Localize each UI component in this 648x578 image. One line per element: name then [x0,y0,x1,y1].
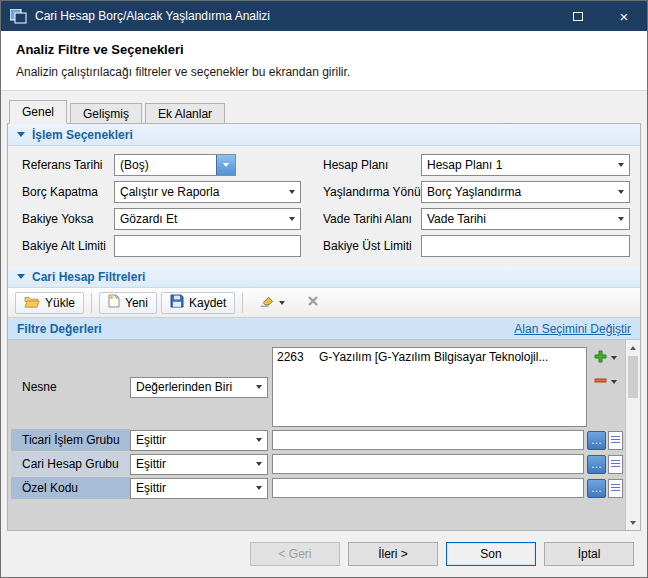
titlebar: Cari Hesap Borç/Alacak Yaşlandırma Anali… [1,1,647,31]
geri-button[interactable]: < Geri [250,542,340,566]
selected-value: Eşittir [136,457,166,471]
scroll-down-button[interactable] [626,515,640,530]
list-select-button[interactable] [608,479,623,498]
bakiye-alt-limiti-label: Bakiye Alt Limiti [16,239,114,253]
filter-value-input[interactable] [272,430,584,450]
chevron-down-icon [611,380,617,384]
selected-value: Hesap Planı 1 [427,158,502,172]
remove-value-button[interactable] [594,374,617,390]
section-header-cari-hesap-filtreleri[interactable]: Cari Hesap Filtreleri [8,266,640,288]
alan-secimini-degistir-link[interactable]: Alan Seçimini Değiştir [514,322,631,336]
open-folder-icon [24,295,40,311]
chevron-down-icon [256,385,262,389]
date-dropdown-button[interactable] [216,155,235,175]
list-edit-buttons [587,347,623,427]
button-label: Yeni [125,296,148,310]
scrollbar-thumb[interactable] [628,356,638,398]
tab-bar: Genel Gelişmiş Ek Alanlar [7,100,641,124]
list-icon [611,457,620,471]
nesne-label: Nesne [11,347,130,427]
nesne-operator-select[interactable]: Değerlerinden Biri [130,377,268,398]
collapse-icon [17,274,25,279]
page-subtitle: Analizin çalıştırılacağı filtreler ve se… [16,65,632,79]
scroll-up-button[interactable] [626,340,640,355]
filter-row-nesne: Nesne Değerlerinden Biri 2263 G-Yazılım … [11,347,623,427]
hesap-plani-label: Hesap Planı [317,158,421,172]
sil-button[interactable] [298,292,328,314]
browse-button[interactable]: … [587,479,606,498]
chevron-down-icon [289,217,295,221]
close-button[interactable]: × [601,1,647,31]
tab-ek-alanlar[interactable]: Ek Alanlar [145,103,225,124]
section-header-islem-secenekleri[interactable]: İşlem Seçenekleri [8,124,640,146]
referans-tarihi-select[interactable]: (Boş) [114,154,236,176]
chevron-down-icon [618,217,624,221]
selected-value: Çalıştır ve Raporla [120,185,219,199]
browse-button[interactable]: … [587,455,606,474]
borc-kapatma-select[interactable]: Çalıştır ve Raporla [114,181,301,203]
vertical-scrollbar[interactable] [625,340,640,530]
list-select-button[interactable] [608,431,623,450]
tab-genel[interactable]: Genel [9,100,67,124]
bakiye-ust-limiti-input[interactable] [421,235,630,257]
son-button[interactable]: Son [446,542,536,566]
operator-select[interactable]: Eşittir [130,430,268,451]
list-select-button[interactable] [608,455,623,474]
filter-toolbar: Yükle Yeni [8,288,640,318]
list-item[interactable]: 2263 G-Yazılım [G-Yazılım Bilgisayar Tek… [273,348,586,366]
add-value-button[interactable] [594,350,617,366]
selected-value: Gözardı Et [120,212,177,226]
section-title: Cari Hesap Filtreleri [32,270,145,284]
yaslandirma-yonu-label: Yaşlandırma Yönü [317,185,421,199]
ileri-button[interactable]: İleri > [348,542,438,566]
filter-value-input[interactable] [272,454,584,474]
scrollbar-track[interactable] [626,398,640,515]
ellipsis-icon: … [591,436,602,444]
operator-select[interactable]: Eşittir [130,454,268,475]
page-title: Analiz Filtre ve Seçenekleri [16,42,632,57]
filter-row: Özel Kodu Eşittir … [11,477,623,499]
options-form: Referans Tarihi (Boş) Hesap Planı Hesap … [8,146,640,266]
selected-value: Değerlerinden Biri [136,380,232,394]
collapse-icon [17,132,25,137]
operator-select[interactable]: Eşittir [130,478,268,499]
kaydet-button[interactable]: Kaydet [161,292,235,314]
maximize-button[interactable] [555,1,601,31]
chevron-down-icon [223,163,229,167]
tab-gelismis[interactable]: Gelişmiş [70,103,142,124]
filtre-degerleri-header: Filtre Değerleri Alan Seçimini Değiştir [8,318,640,340]
filtre-degerleri-title: Filtre Değerleri [17,322,102,336]
filter-grid-content: Nesne Değerlerinden Biri 2263 G-Yazılım … [8,340,625,530]
browse-button[interactable]: … [587,431,606,450]
selected-value: Borç Yaşlandırma [427,185,521,199]
selected-value: Eşittir [136,433,166,447]
temizle-button[interactable] [250,292,294,314]
iptal-button[interactable]: İptal [544,542,634,566]
filter-row: Ticari İşlem Grubu Eşittir … [11,429,623,451]
nesne-value-list[interactable]: 2263 G-Yazılım [G-Yazılım Bilgisayar Tek… [272,347,587,427]
chevron-down-icon [256,462,262,466]
bakiye-yoksa-select[interactable]: Gözardı Et [114,208,301,230]
bakiye-yoksa-label: Bakiye Yoksa [16,212,114,226]
chevron-down-icon [256,438,262,442]
borc-kapatma-label: Borç Kapatma [16,185,114,199]
toolbar-separator [91,293,92,313]
yeni-button[interactable]: Yeni [99,292,157,314]
filter-value-input[interactable] [272,478,584,498]
hesap-plani-select[interactable]: Hesap Planı 1 [421,154,630,176]
row-label: Cari Hesap Grubu [11,453,130,475]
chevron-down-icon [618,190,624,194]
app-icon [10,9,27,24]
window-title: Cari Hesap Borç/Alacak Yaşlandırma Anali… [35,9,270,23]
yukle-button[interactable]: Yükle [15,292,84,314]
yaslandirma-yonu-select[interactable]: Borç Yaşlandırma [421,181,630,203]
list-icon [611,433,620,447]
bakiye-ust-limiti-label: Bakiye Üst Limiti [317,239,421,253]
dialog-body: Genel Gelişmiş Ek Alanlar İşlem Seçenekl… [1,91,647,531]
chevron-down-icon [630,521,636,525]
bakiye-alt-limiti-input[interactable] [114,235,301,257]
selected-value: (Boş) [120,158,149,172]
plus-icon [594,350,607,366]
filter-row: Cari Hesap Grubu Eşittir … [11,453,623,475]
vade-tarihi-alani-select[interactable]: Vade Tarihi [421,208,630,230]
